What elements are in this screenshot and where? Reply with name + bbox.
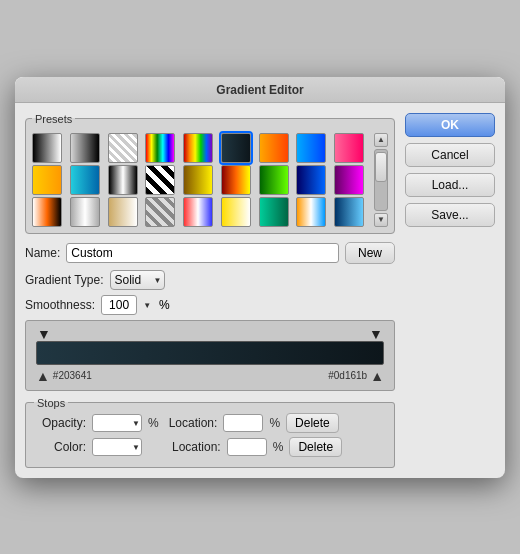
- presets-scrollbar: ▲ ▼: [374, 133, 388, 227]
- preset-swatch[interactable]: [259, 197, 289, 227]
- preset-swatch[interactable]: [259, 165, 289, 195]
- preset-swatch[interactable]: [221, 133, 251, 163]
- stops-section: Stops Opacity: ▼ % Location: % Delete: [25, 397, 395, 468]
- scroll-up-button[interactable]: ▲: [374, 133, 388, 147]
- preset-swatch[interactable]: [296, 197, 326, 227]
- smoothness-select-wrap[interactable]: ▼: [101, 295, 137, 315]
- color-location-label: Location:: [172, 440, 221, 454]
- preset-swatch[interactable]: [296, 165, 326, 195]
- gradient-type-select[interactable]: Solid Noise: [110, 270, 165, 290]
- gradient-bar-wrap: ▼ ▼ ▲ #203641 #0d161b ▲: [36, 329, 384, 384]
- name-label: Name:: [25, 246, 60, 260]
- gradient-left-label: ▲ #203641: [36, 368, 92, 384]
- preset-swatch[interactable]: [183, 133, 213, 163]
- left-color-stop[interactable]: ▲: [36, 368, 50, 384]
- gradient-right-color: #0d161b: [328, 370, 367, 381]
- opacity-input[interactable]: [92, 414, 142, 432]
- top-stop-row: ▼ ▼: [36, 329, 384, 339]
- right-opacity-stop[interactable]: ▼: [370, 329, 382, 339]
- smoothness-arrow-icon: ▼: [143, 300, 151, 309]
- name-input[interactable]: [66, 243, 339, 263]
- preset-swatch[interactable]: [334, 197, 364, 227]
- preset-swatch[interactable]: [145, 133, 175, 163]
- opacity-location-input[interactable]: [223, 414, 263, 432]
- color-input-wrap[interactable]: ▼: [92, 438, 142, 456]
- preset-swatch[interactable]: [221, 197, 251, 227]
- name-row: Name: New: [25, 242, 395, 264]
- color-location-input[interactable]: [227, 438, 267, 456]
- preset-swatch[interactable]: [70, 133, 100, 163]
- preset-swatch[interactable]: [334, 165, 364, 195]
- gradient-type-select-wrap[interactable]: Solid Noise ▼: [110, 270, 165, 290]
- gradient-editor-dialog: Gradient Editor Presets: [15, 77, 505, 478]
- left-panel: Presets: [25, 113, 395, 468]
- presets-section: Presets: [25, 113, 395, 234]
- scroll-down-button[interactable]: ▼: [374, 213, 388, 227]
- scroll-track[interactable]: [374, 149, 388, 211]
- right-color-stop[interactable]: ▲: [370, 368, 384, 384]
- preset-swatch[interactable]: [108, 133, 138, 163]
- presets-legend: Presets: [32, 113, 75, 125]
- dialog-title: Gradient Editor: [216, 83, 303, 97]
- smoothness-unit: %: [159, 298, 170, 312]
- color-row: Color: ▼ Location: % Delete: [34, 437, 386, 457]
- opacity-location-label: Location:: [169, 416, 218, 430]
- gradient-right-label: #0d161b ▲: [328, 368, 384, 384]
- preset-swatch[interactable]: [334, 133, 364, 163]
- color-input[interactable]: [92, 438, 142, 456]
- gradient-bar[interactable]: [36, 341, 384, 365]
- preset-swatch[interactable]: [145, 197, 175, 227]
- load-button[interactable]: Load...: [405, 173, 495, 197]
- title-bar: Gradient Editor: [15, 77, 505, 103]
- gradient-editor-section: ▼ ▼ ▲ #203641 #0d161b ▲: [25, 320, 395, 391]
- preset-swatch[interactable]: [108, 165, 138, 195]
- preset-swatch[interactable]: [296, 133, 326, 163]
- presets-grid: [32, 133, 370, 227]
- preset-swatch[interactable]: [32, 133, 62, 163]
- opacity-row: Opacity: ▼ % Location: % Delete: [34, 413, 386, 433]
- preset-swatch[interactable]: [221, 165, 251, 195]
- opacity-loc-unit: %: [269, 416, 280, 430]
- gradient-type-row: Gradient Type: Solid Noise ▼: [25, 270, 395, 290]
- preset-swatch[interactable]: [259, 133, 289, 163]
- cancel-button[interactable]: Cancel: [405, 143, 495, 167]
- preset-swatch[interactable]: [70, 197, 100, 227]
- preset-swatch[interactable]: [145, 165, 175, 195]
- gradient-type-label: Gradient Type:: [25, 273, 104, 287]
- new-button[interactable]: New: [345, 242, 395, 264]
- opacity-delete-button[interactable]: Delete: [286, 413, 339, 433]
- color-stop-label: Color:: [34, 440, 86, 454]
- preset-swatch[interactable]: [183, 165, 213, 195]
- scroll-thumb[interactable]: [375, 152, 387, 182]
- preset-swatch[interactable]: [183, 197, 213, 227]
- smoothness-label: Smoothness:: [25, 298, 95, 312]
- opacity-label: Opacity:: [34, 416, 86, 430]
- right-panel: OK Cancel Load... Save...: [405, 113, 495, 468]
- gradient-left-color: #203641: [53, 370, 92, 381]
- ok-button[interactable]: OK: [405, 113, 495, 137]
- smoothness-row: Smoothness: ▼ %: [25, 295, 395, 315]
- preset-swatch[interactable]: [32, 197, 62, 227]
- preset-swatch[interactable]: [32, 165, 62, 195]
- gradient-labels-row: ▲ #203641 #0d161b ▲: [36, 368, 384, 384]
- preset-swatch[interactable]: [108, 197, 138, 227]
- opacity-unit: %: [148, 416, 159, 430]
- save-button[interactable]: Save...: [405, 203, 495, 227]
- left-opacity-stop[interactable]: ▼: [38, 329, 50, 339]
- smoothness-input[interactable]: [101, 295, 137, 315]
- opacity-input-wrap[interactable]: ▼: [92, 414, 142, 432]
- preset-swatch[interactable]: [70, 165, 100, 195]
- color-loc-unit: %: [273, 440, 284, 454]
- color-delete-button[interactable]: Delete: [289, 437, 342, 457]
- stops-legend: Stops: [34, 397, 68, 409]
